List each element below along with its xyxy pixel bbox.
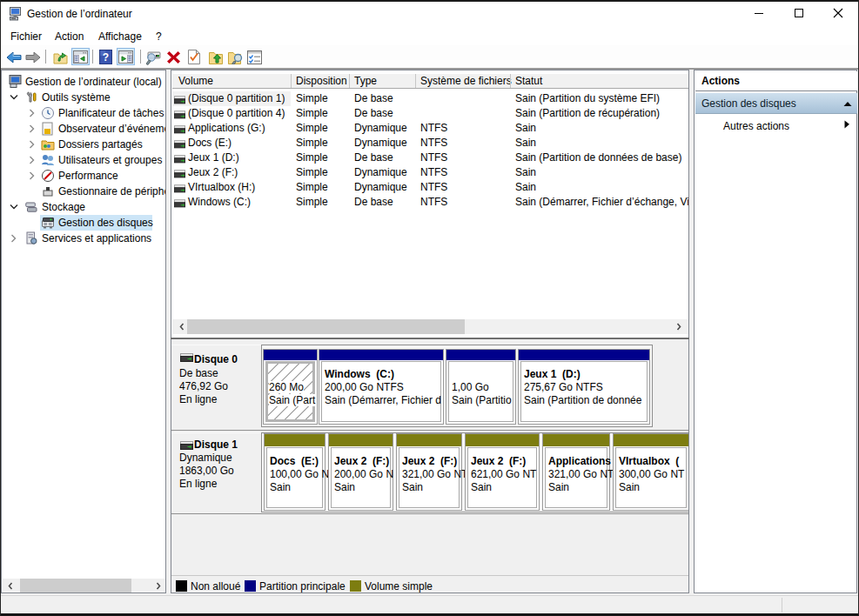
svg-text:?: ? bbox=[103, 51, 109, 64]
